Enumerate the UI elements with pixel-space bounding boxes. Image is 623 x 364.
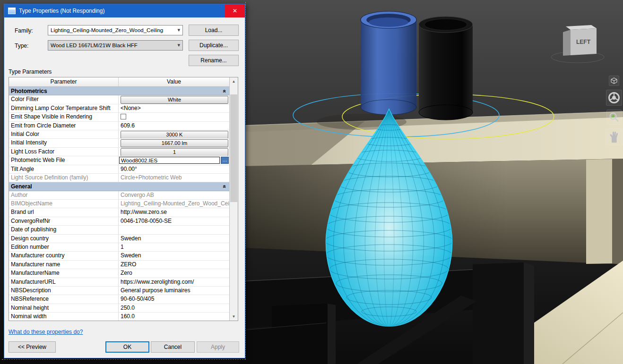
parameter-value[interactable]: 90.00°	[119, 165, 229, 173]
param-row-design-country[interactable]: Design countrySweden	[9, 235, 229, 243]
group-title: General	[11, 183, 32, 190]
param-row-convergorefnr[interactable]: ConvergoRefNr0046-1708-0050-SE	[9, 217, 229, 226]
param-row-date-of-publishing[interactable]: Date of publishing	[9, 226, 229, 234]
type-dropdown[interactable]: Wood LED 1667LM/21W Black HFF ▾	[48, 40, 183, 51]
duplicate-button[interactable]: Duplicate...	[189, 40, 239, 51]
column-header-value[interactable]: Value	[119, 77, 229, 86]
parameter-value[interactable]: Wood8002.IES…	[119, 156, 229, 164]
parameter-value[interactable]: 90-60-50/405	[119, 295, 229, 303]
param-row-emit-shape-visible-in-rendering[interactable]: Emit Shape Visible in Rendering	[9, 113, 229, 121]
rename-button[interactable]: Rename...	[189, 55, 239, 66]
viewcube-face-label[interactable]: LEFT	[576, 39, 591, 45]
cancel-button[interactable]: Cancel	[151, 341, 195, 353]
light-fixture-black[interactable]	[419, 17, 473, 120]
param-row-manufacturer-country[interactable]: Manufacturer countrySweden	[9, 252, 229, 260]
value-button[interactable]: 1	[121, 148, 228, 156]
param-row-emit-from-circle-diameter[interactable]: Emit from Circle Diameter609.6	[9, 122, 229, 130]
param-row-manufacturerurl[interactable]: ManufacturerURLhttps://www.zerolighting.…	[9, 278, 229, 287]
parameter-value[interactable]: Lighting_Ceiling-Mounted_Zero_Wood_Ceil	[119, 200, 229, 208]
parameter-name: Author	[9, 191, 119, 199]
param-row-nbsdescription[interactable]: NBSDescriptionGeneral purpose luminaires	[9, 287, 229, 295]
parameter-value[interactable]: Convergo AB	[119, 191, 229, 199]
parameter-value[interactable]: 1667.00 lm	[119, 139, 229, 147]
scrollbar-thumb[interactable]	[230, 94, 237, 202]
parameter-value[interactable]: Zero	[119, 269, 229, 277]
parameter-value[interactable]: ZERO	[119, 261, 229, 269]
parameter-value[interactable]: 3000 K	[119, 130, 229, 138]
load-button[interactable]: Load...	[189, 25, 239, 36]
pan-button[interactable]	[606, 128, 623, 145]
param-row-color-filter[interactable]: Color FilterWhite	[9, 95, 229, 104]
table-scrollbar[interactable]: ▲ ▼	[230, 77, 238, 321]
parameter-value[interactable]: 160.0	[119, 313, 229, 321]
group-header-photometrics[interactable]: Photometrics«	[9, 87, 229, 95]
param-row-edition-number[interactable]: Edition number1	[9, 243, 229, 252]
collapse-chevron-icon[interactable]: «	[222, 185, 228, 188]
parameter-name: ConvergoRefNr	[9, 217, 119, 225]
browse-button[interactable]: …	[221, 157, 229, 164]
parameter-value[interactable]	[119, 113, 229, 121]
parameter-value[interactable]: <None>	[119, 104, 229, 112]
param-row-initial-intensity[interactable]: Initial Intensity1667.00 lm	[9, 139, 229, 147]
parameter-value[interactable]: 0046-1708-0050-SE	[119, 217, 229, 225]
pan-hand-icon	[607, 130, 621, 144]
parameter-value[interactable]: Sweden	[119, 235, 229, 243]
group-header-general[interactable]: General«	[9, 182, 229, 191]
preview-button[interactable]: << Preview	[9, 341, 56, 353]
steering-wheel-button[interactable]	[606, 90, 622, 106]
table-header: Parameter Value	[9, 77, 229, 87]
param-row-tilt-angle[interactable]: Tilt Angle90.00°	[9, 165, 229, 174]
parameter-name: Brand url	[9, 208, 119, 216]
type-parameters-table: Parameter Value Photometrics«Color Filte…	[9, 77, 238, 321]
parameter-name: Edition number	[9, 243, 119, 251]
group-title: Photometrics	[11, 88, 47, 94]
value-button[interactable]: White	[121, 96, 228, 103]
dialog-titlebar[interactable]: Type Properties (Not Responding) ✕	[4, 4, 245, 17]
parameter-name: Tilt Angle	[9, 165, 119, 173]
param-row-initial-color[interactable]: Initial Color3000 K	[9, 130, 229, 139]
parameter-value[interactable]: 609.6	[119, 122, 229, 130]
parameter-value[interactable]: General purpose luminaires	[119, 287, 229, 295]
parameter-value[interactable]: Circle+Photometric Web	[119, 174, 229, 182]
param-row-manufacturer-name[interactable]: Manufacturer nameZERO	[9, 261, 229, 269]
value-input[interactable]: Wood8002.IES	[119, 157, 220, 164]
apply-button[interactable]: Apply	[197, 341, 239, 353]
selected-light-fixture-blue[interactable]	[361, 11, 416, 115]
help-link[interactable]: What do these properties do?	[9, 329, 83, 335]
parameter-value[interactable]: 250.0	[119, 304, 229, 312]
parameter-value[interactable]: 1	[119, 243, 229, 251]
param-row-nominal-height[interactable]: Nominal height250.0	[9, 304, 229, 313]
param-row-manufacturername[interactable]: ManufacturerNameZero	[9, 269, 229, 278]
param-row-light-source-definition-family[interactable]: Light Source Definition (family)Circle+P…	[9, 174, 229, 182]
collapse-chevron-icon[interactable]: «	[222, 89, 228, 93]
param-row-dimming-lamp-color-temperature-shift[interactable]: Dimming Lamp Color Temperature Shift<Non…	[9, 104, 229, 113]
param-row-photometric-web-file[interactable]: Photometric Web FileWood8002.IES…	[9, 156, 229, 165]
scroll-up-icon[interactable]: ▲	[230, 77, 238, 85]
checkbox-unchecked[interactable]	[121, 114, 126, 119]
value-button[interactable]: 3000 K	[121, 131, 228, 138]
parameter-value[interactable]: http://www.zero.se	[119, 208, 229, 216]
parameter-name: Manufacturer name	[9, 261, 119, 269]
parameter-name: Emit Shape Visible in Rendering	[9, 113, 119, 121]
parameter-value[interactable]	[119, 226, 229, 234]
param-row-nbsreference[interactable]: NBSReference90-60-50/405	[9, 295, 229, 304]
param-row-light-loss-factor[interactable]: Light Loss Factor1	[9, 148, 229, 156]
parameter-name: Emit from Circle Diameter	[9, 122, 119, 130]
value-button[interactable]: 1667.00 lm	[121, 139, 228, 147]
parameter-value[interactable]: Sweden	[119, 252, 229, 260]
parameter-value[interactable]: 1	[119, 148, 229, 156]
parameter-value[interactable]: https://www.zerolighting.com/	[119, 278, 229, 286]
viewcube-toggle-button[interactable]	[609, 76, 619, 86]
param-row-bimobjectname[interactable]: BIMObjectNameLighting_Ceiling-Mounted_Ze…	[9, 200, 229, 208]
scroll-down-icon[interactable]: ▼	[230, 313, 238, 321]
parameter-value[interactable]: White	[119, 95, 229, 103]
family-dropdown[interactable]: Lighting_Ceiling-Mounted_Zero_Wood_Ceili…	[48, 25, 183, 35]
zoom-button[interactable]	[606, 110, 622, 125]
parameter-name: Dimming Lamp Color Temperature Shift	[9, 104, 119, 112]
ok-button[interactable]: OK	[105, 341, 149, 353]
param-row-nominal-width[interactable]: Nominal width160.0	[9, 313, 229, 321]
param-row-author[interactable]: AuthorConvergo AB	[9, 191, 229, 200]
close-button[interactable]: ✕	[225, 4, 245, 17]
column-header-parameter[interactable]: Parameter	[9, 77, 119, 86]
param-row-brand-url[interactable]: Brand urlhttp://www.zero.se	[9, 208, 229, 217]
